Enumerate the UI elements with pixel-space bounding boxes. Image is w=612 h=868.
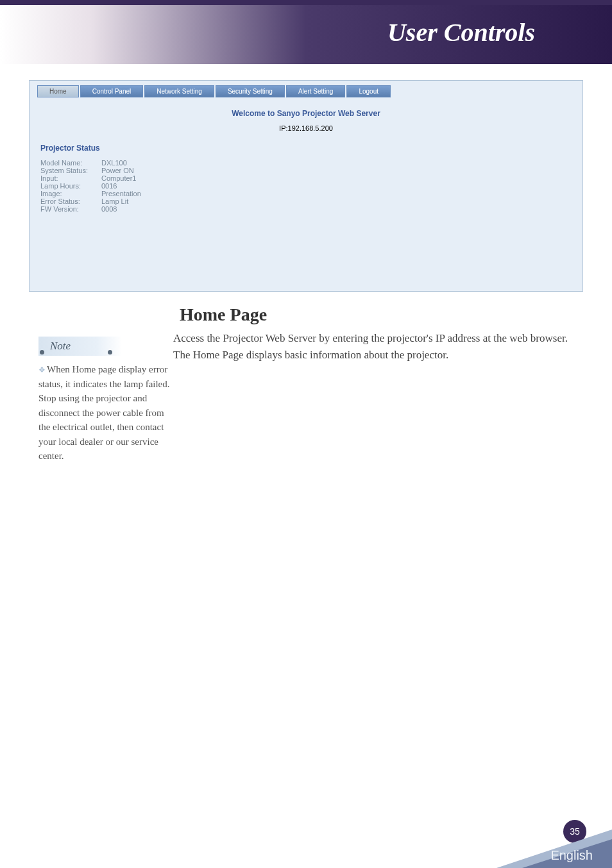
status-value: 0008 [101,205,117,213]
status-value: Lamp Lit [101,197,128,205]
tab-security-setting[interactable]: Security Setting [216,85,285,97]
status-title: Projector Status [40,144,572,153]
status-value: 0016 [101,182,117,190]
note-banner: Note [38,337,122,356]
status-row: System Status: Power ON [40,167,572,174]
status-label: FW Version: [40,205,101,213]
tab-logout[interactable]: Logout [346,85,391,97]
status-label: Lamp Hours: [40,182,101,190]
status-value: Computer1 [101,174,136,182]
status-row: Error Status: Lamp Lit [40,197,572,205]
web-server-screenshot: Home Control Panel Network Setting Secur… [29,80,583,292]
status-row: Input: Computer1 [40,174,572,182]
note-label: Note [50,340,71,353]
status-label: Model Name: [40,159,101,167]
footer: 35 English [484,817,612,868]
status-label: Image: [40,190,101,197]
status-label: Input: [40,174,101,182]
status-row: Model Name: DXL100 [40,159,572,167]
note-body: When Home page display error status, it … [38,364,170,461]
tabs-row: Home Control Panel Network Setting Secur… [31,82,581,97]
tab-control-panel[interactable]: Control Panel [80,85,144,97]
main-content: Home Page Note ❖When Home page display e… [0,305,612,463]
status-table: Model Name: DXL100 System Status: Power … [40,159,572,213]
status-value: Power ON [101,167,134,174]
status-row: FW Version: 0008 [40,205,572,213]
diamond-bullet-icon: ❖ [38,365,46,374]
status-label: System Status: [40,167,101,174]
tab-alert-setting[interactable]: Alert Setting [286,85,345,97]
section-body: Access the Projector Web Server by enter… [173,330,574,363]
status-row: Image: Presentation [40,190,572,197]
section-title: Home Page [180,305,574,325]
status-row: Lamp Hours: 0016 [40,182,572,190]
header-banner: User Controls [0,0,612,64]
status-label: Error Status: [40,197,101,205]
ip-text: IP:192.168.5.200 [31,124,581,132]
footer-language: English [550,848,593,863]
status-section: Projector Status Model Name: DXL100 Syst… [31,137,581,290]
welcome-block: Welcome to Sanyo Projector Web Server IP… [31,97,581,137]
header-title: User Controls [387,17,535,47]
status-value: DXL100 [101,159,127,167]
welcome-text: Welcome to Sanyo Projector Web Server [31,109,581,118]
tab-home[interactable]: Home [37,85,79,97]
status-value: Presentation [101,190,141,197]
tab-network-setting[interactable]: Network Setting [144,85,214,97]
note-text: ❖When Home page display error status, it… [38,362,173,463]
sidebar-note: Note ❖When Home page display error statu… [38,330,173,463]
content-row: Note ❖When Home page display error statu… [38,330,574,463]
